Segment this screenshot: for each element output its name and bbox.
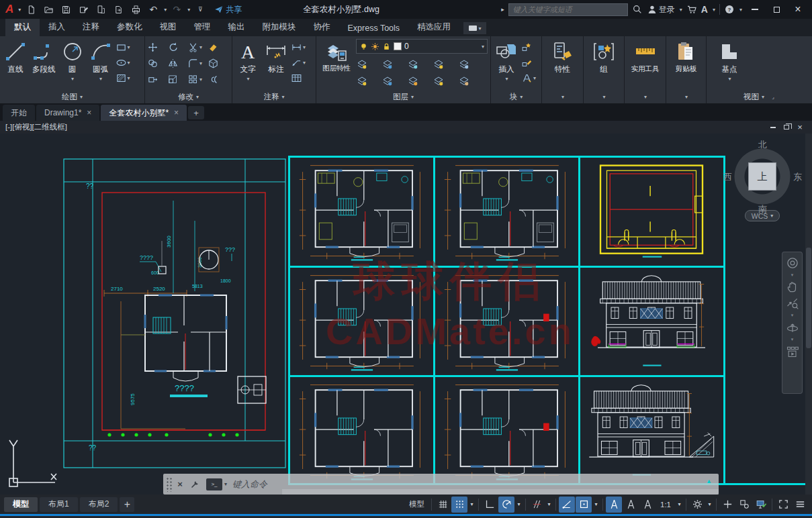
customization-dropdown[interactable]: ▾ [706,497,713,513]
ribbon-display-toggle[interactable]: ▾ [463,22,486,34]
maximize-button[interactable] [768,2,785,17]
copy-button[interactable] [147,55,167,71]
command-resize-grip[interactable]: ▲ [706,478,712,484]
object-snap-tracking-toggle[interactable] [559,497,575,513]
annotation-scale-toggle[interactable] [639,497,656,513]
layer-unisolate-button[interactable] [381,72,407,89]
object-snap-toggle[interactable] [576,497,592,513]
text-button[interactable]: A 文字▾ [234,39,261,83]
properties-button[interactable]: 特性 [549,39,576,76]
plot-button[interactable] [128,2,143,17]
file-tab-2[interactable]: 全套农村小别墅*× [101,105,187,121]
utilities-button[interactable]: 实用工具 [629,39,662,75]
file-tab-1[interactable]: Drawing1*× [36,105,99,121]
layout-tab-2[interactable]: 布局2 [80,497,118,512]
ortho-mode-toggle[interactable] [482,497,498,513]
grid-display-toggle[interactable] [435,497,451,513]
scale-value-toggle[interactable]: 1:1 [656,497,675,513]
command-prompt-icon[interactable]: >_ [206,478,222,490]
autodesk-apps-dropdown[interactable]: ▾ [713,7,715,13]
autodesk-apps-icon[interactable]: A [701,4,708,15]
help-icon[interactable]: ? [724,4,735,15]
panel-layers-label[interactable]: 图层▾ [316,90,490,103]
minimize-button[interactable] [746,2,764,17]
file-tab-close-icon[interactable]: × [174,108,179,117]
command-close-icon[interactable]: × [173,479,187,489]
orbit-icon[interactable] [786,321,799,334]
ribbon-tab-3[interactable]: 参数化 [108,19,151,36]
app-store-cart-icon[interactable] [686,4,697,15]
polar-tracking-toggle[interactable] [498,497,514,513]
layer-unlock-button[interactable] [433,72,458,89]
layer-freeze-button[interactable] [407,56,433,72]
signin-button[interactable]: 登录 [647,4,675,15]
drawing-minimize-button[interactable] [766,121,780,134]
panel-annotation-label[interactable]: 注释▾ [232,90,316,103]
panel-view-label[interactable]: 视图▾⌟ [707,90,811,103]
panel-dialog-launcher[interactable]: ⌟ [772,94,774,100]
hatch-button[interactable]: ▾ [116,71,136,85]
viewcube[interactable]: 北 南 西 东 上 WCS▾ [727,139,797,225]
app-menu-arrow[interactable]: ▾ [18,7,21,13]
viewcube-south[interactable]: 南 [758,203,767,215]
viewcube-west[interactable]: 西 [723,171,732,183]
undo-button[interactable]: ↶ [146,2,161,17]
layer-dropdown-arrow[interactable]: ▾ [482,44,484,50]
crosshair-toggle[interactable] [719,497,735,513]
viewcube-east[interactable]: 东 [793,171,802,183]
command-grip[interactable] [166,477,173,492]
snap-mode-dropdown[interactable]: ▾ [468,497,476,513]
redo-button[interactable]: ↷ [169,2,184,17]
customization-toggle[interactable] [689,497,705,513]
qat-customize-dropdown[interactable]: ⊽ [193,2,208,17]
help-dropdown[interactable]: ▾ [739,7,742,13]
orbit-dropdown[interactable]: ▾ [791,337,794,342]
file-tab-0[interactable]: 开始 [3,105,35,121]
panel-modify-label[interactable]: 修改▾ [145,90,232,103]
rectangle-button[interactable]: ▾ [116,40,136,54]
polar-tracking-dropdown[interactable]: ▾ [515,497,523,513]
new-layout-button[interactable]: + [120,497,134,512]
polyline-button[interactable]: 多段线 [30,39,58,76]
ribbon-tab-9[interactable]: Express Tools [339,21,409,36]
vertical-scrollbar[interactable] [805,134,812,495]
linear-dimension-button[interactable]: ▾ [291,40,311,54]
signin-dropdown[interactable]: ▾ [680,7,682,13]
scale-button[interactable] [167,71,187,87]
panel-groups-label[interactable]: ▾ [584,90,624,103]
ribbon-tab-10[interactable]: 精选应用 [408,19,459,36]
circle-button[interactable]: 圆▾ [59,39,86,83]
basepoint-button[interactable]: 基点▾ [716,39,743,83]
layout-tab-0[interactable]: 模型 [4,497,38,512]
app-menu-button[interactable]: A [4,3,15,16]
publish-button[interactable] [111,2,126,17]
arc-button[interactable]: 圆弧▾ [87,39,114,83]
ellipse-button[interactable]: ▾ [116,56,136,69]
collapse-arrow-icon[interactable]: ▸ [501,6,504,13]
annotation-visibility-toggle[interactable] [606,497,622,513]
panel-properties-label[interactable]: ▾ [542,90,583,103]
define-attribute-button[interactable]: ▾ [521,71,541,85]
save-button[interactable] [58,2,73,17]
ribbon-tab-2[interactable]: 注释 [74,19,108,36]
clipboard-button[interactable]: 剪贴板 [673,39,700,75]
isolate-objects-toggle[interactable] [736,497,752,513]
isometric-drafting-dropdown[interactable]: ▾ [545,497,553,513]
zoom-dropdown[interactable]: ▾ [791,313,794,318]
layer-properties-button[interactable]: 图层特性 [318,39,355,73]
fillet-button[interactable]: ▾ [187,55,208,71]
panel-draw-label[interactable]: 绘图▾ [0,90,144,103]
ribbon-tab-7[interactable]: 附加模块 [254,19,305,36]
line-button[interactable]: 直线 [2,39,29,76]
move-button[interactable] [147,39,167,55]
zoom-extents-icon[interactable] [786,297,799,310]
layer-dropdown[interactable]: 0 ▾ [356,39,488,54]
leader-button[interactable]: ▾ [291,56,311,69]
drawing-canvas[interactable]: 球球伴侣 CADMate.cn 北 南 西 东 上 WCS▾ ▾ ▾ ▾ × >… [0,134,812,495]
layer-merge-button[interactable] [458,56,484,72]
navigation-wheel-icon[interactable] [786,256,799,270]
command-dropdown[interactable]: ▾ [224,481,227,487]
command-line[interactable]: × >_▾ 键入命令 ▲ [163,474,719,495]
array-button[interactable]: ▾ [187,71,208,87]
close-button[interactable]: × [789,2,807,17]
